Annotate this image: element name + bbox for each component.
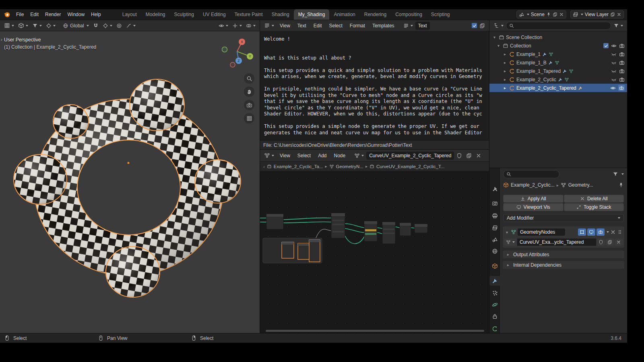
scene-selector[interactable]: Scene <box>516 10 566 19</box>
overlays-dropdown[interactable] <box>244 22 257 29</box>
zoom-button[interactable] <box>244 73 254 84</box>
tab-scene[interactable] <box>489 234 500 244</box>
tab-tool[interactable] <box>489 184 500 193</box>
unlink-node-tree-button[interactable] <box>474 152 483 159</box>
viewport-canvas[interactable]: › User Perspective (1) Collection | Exam… <box>0 31 260 333</box>
tab-world[interactable] <box>489 246 500 256</box>
collection-checkbox[interactable] <box>603 43 609 48</box>
node-group-browse[interactable] <box>504 239 516 246</box>
close-icon[interactable] <box>559 12 564 17</box>
node-menu-node[interactable]: Node <box>331 151 349 160</box>
tab-physics[interactable] <box>489 300 500 309</box>
delete-all-button[interactable]: Delete All <box>564 195 624 203</box>
filter-dropdown[interactable] <box>31 22 43 29</box>
gizmo-neg-y-axis[interactable] <box>222 47 227 52</box>
modifier-name-field[interactable]: GeometryNodes <box>518 228 565 236</box>
copy-icon[interactable] <box>553 12 557 17</box>
modifier-wrench-icon[interactable] <box>542 52 547 57</box>
snap-toggle[interactable] <box>91 22 100 29</box>
tab-output[interactable] <box>489 211 500 220</box>
eye-closed-icon[interactable] <box>611 77 617 82</box>
close-icon[interactable] <box>610 229 616 235</box>
text-menu-edit[interactable]: Edit <box>310 21 325 30</box>
tab-view-layer[interactable] <box>489 223 500 232</box>
apply-all-button[interactable]: Apply All <box>503 195 564 203</box>
tab-sculpting[interactable]: Sculpting <box>170 9 198 20</box>
geometry-nodes-icon[interactable] <box>564 77 569 82</box>
editor-type-button[interactable] <box>2 22 16 29</box>
mode-dropdown[interactable] <box>17 22 30 29</box>
options-arrow-icon[interactable] <box>621 173 624 175</box>
tab-object[interactable] <box>489 261 500 271</box>
toolbar-expand-icon[interactable]: › <box>1 37 2 42</box>
geometry-nodes-icon[interactable] <box>569 69 574 74</box>
breadcrumb-modifier[interactable]: GeometryN... <box>336 164 363 169</box>
camera-view-button[interactable] <box>244 100 254 110</box>
pin-icon[interactable] <box>546 12 551 17</box>
snap-target-dropdown[interactable] <box>101 22 114 29</box>
breadcrumb-object[interactable]: Example_2_Cyclic... <box>511 182 555 188</box>
editor-type-button[interactable] <box>262 22 276 29</box>
menu-window[interactable]: Window <box>64 10 88 19</box>
pan-button[interactable] <box>244 86 254 97</box>
gizmos-dropdown[interactable] <box>231 22 244 29</box>
node-menu-select[interactable]: Select <box>294 151 314 160</box>
copy-node-tree-button[interactable] <box>464 152 473 159</box>
camera-toggle[interactable] <box>618 85 625 91</box>
camera-icon[interactable] <box>619 43 625 49</box>
tab-scripting[interactable]: Scripting <box>427 9 454 20</box>
viewport-3d-scene[interactable] <box>0 31 260 333</box>
modifier-wrench-icon[interactable] <box>558 77 563 82</box>
outliner-row-example-2-cyclic-tapered[interactable]: ▸ Example_2_Cyclic_Tapered <box>489 84 627 92</box>
expand-icon[interactable]: ▸ <box>502 52 508 56</box>
outliner-row-example-1[interactable]: ▸ Example_1 <box>489 50 627 58</box>
internal-dependencies-section[interactable]: ▸ Internal Dependencies <box>502 261 625 269</box>
tab-layout[interactable]: Layout <box>118 9 141 20</box>
text-menu-templates[interactable]: Templates <box>369 21 398 30</box>
pin-icon[interactable] <box>618 182 624 188</box>
editor-type-button[interactable] <box>262 152 276 159</box>
expand-icon[interactable]: ▸ <box>502 77 508 82</box>
tab-modifiers[interactable] <box>489 276 500 286</box>
ortho-toggle-button[interactable] <box>244 113 254 123</box>
render-toggle[interactable] <box>597 228 605 236</box>
modifier-wrench-icon[interactable] <box>548 60 553 65</box>
eye-icon[interactable] <box>610 85 616 91</box>
eye-closed-icon[interactable] <box>611 60 617 66</box>
menu-edit[interactable]: Edit <box>27 10 42 19</box>
pivot-dropdown[interactable] <box>44 22 57 29</box>
expand-icon[interactable]: ▸ <box>502 60 508 65</box>
tab-object-data[interactable] <box>489 324 500 333</box>
eye-closed-icon[interactable] <box>611 51 617 57</box>
tab-my-shading[interactable]: My_Shading <box>294 9 330 20</box>
outliner-search-input[interactable] <box>506 22 611 30</box>
node-menu-add[interactable]: Add <box>315 151 330 160</box>
breadcrumb-modifier[interactable]: Geometry... <box>568 182 593 188</box>
falloff-dropdown[interactable] <box>124 22 137 29</box>
expand-icon[interactable]: ▾ <box>504 230 510 234</box>
text-register-checkbox[interactable] <box>472 23 477 28</box>
text-menu-text[interactable]: Text <box>294 21 310 30</box>
tab-constraints[interactable] <box>489 312 500 321</box>
add-modifier-dropdown[interactable]: Add Modifier <box>503 214 624 222</box>
text-menu-view[interactable]: View <box>277 21 293 30</box>
orientation-dropdown[interactable]: Global <box>61 22 91 29</box>
camera-icon[interactable] <box>619 51 625 57</box>
editor-type-button[interactable] <box>492 22 505 29</box>
camera-icon[interactable] <box>619 68 625 74</box>
fake-user-button[interactable] <box>455 152 464 159</box>
menu-help[interactable]: Help <box>88 10 104 19</box>
edit-mode-toggle[interactable] <box>578 228 586 236</box>
viewport-vis-button[interactable]: Viewport Vis <box>503 203 564 211</box>
view-layer-selector[interactable]: View Layer <box>570 10 624 19</box>
drag-handle-icon[interactable] <box>617 229 623 235</box>
node-tree-name[interactable]: CurveUV_Example_2_Cyclic_Tapered <box>366 152 454 160</box>
node-menu-view[interactable]: View <box>277 151 293 160</box>
funnel-icon[interactable] <box>613 171 618 177</box>
unlink-node-group-button[interactable] <box>615 239 623 246</box>
tab-shading[interactable]: Shading <box>267 9 294 20</box>
tab-texture-paint[interactable]: Texture Paint <box>230 9 267 20</box>
geometry-nodes-icon[interactable] <box>555 60 559 65</box>
text-datablock-browse[interactable] <box>402 22 415 29</box>
outliner-row-example-2-cyclic[interactable]: ▸ Example_2_Cyclic <box>489 75 627 84</box>
